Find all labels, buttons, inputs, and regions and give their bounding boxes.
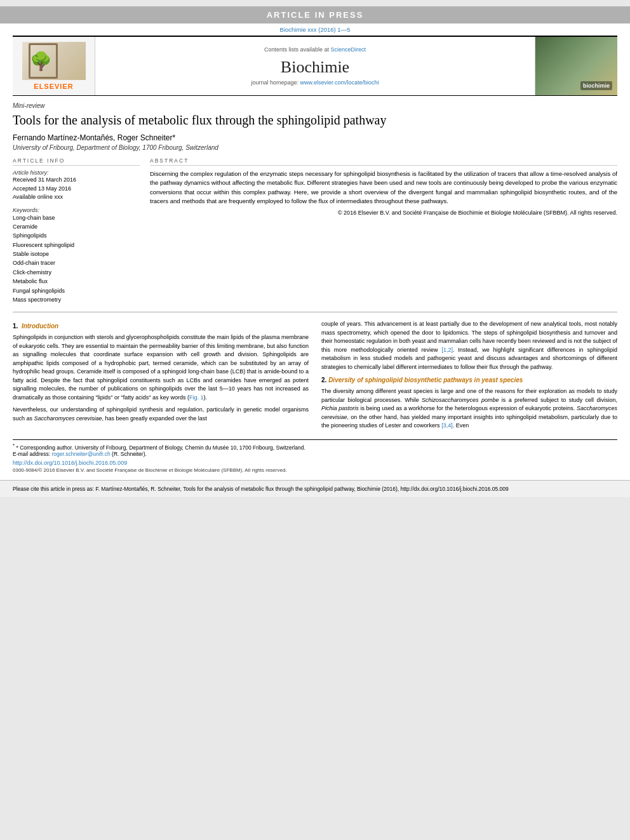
authors-text: Fernando Martínez-Montañés, Roger Schnei… <box>13 133 175 142</box>
article-type-label: Mini-review <box>13 102 617 109</box>
section2-number: 2. <box>321 377 326 383</box>
email-label: E-mail address: <box>13 451 50 457</box>
accepted-date: Accepted 13 May 2016 <box>13 185 140 194</box>
intro-number: 1. <box>13 323 18 330</box>
keyword-long-chain-base: Long-chain base <box>13 213 140 222</box>
bottom-citation-bar: Please cite this article in press as: F.… <box>0 480 630 497</box>
bottom-citation-text: Please cite this article in press as: F.… <box>13 486 509 492</box>
article-in-press-banner: ARTICLE IN PRESS <box>0 6 630 23</box>
keyword-click-chemistry: Click-chemistry <box>13 268 140 277</box>
page: ARTICLE IN PRESS Biochimie xxx (2016) 1—… <box>0 6 630 497</box>
keyword-stable-isotope: Stable isotope <box>13 250 140 258</box>
keyword-ceramide: Ceramide <box>13 222 140 231</box>
sciencedirect-label: Contents lists available at <box>264 46 329 53</box>
homepage-label: journal homepage: <box>251 79 298 86</box>
abstract-col: ABSTRACT Discerning the complex regulati… <box>150 157 617 304</box>
body-left-col: 1. Introduction Sphingolipids in conjunc… <box>13 320 309 434</box>
doi-line: http://dx.doi.org/10.1016/j.biochi.2016.… <box>13 460 617 466</box>
elsevier-text: ELSEVIER <box>34 83 73 90</box>
body-two-col: 1. Introduction Sphingolipids in conjunc… <box>13 320 617 434</box>
homepage-url[interactable]: www.elsevier.com/locate/biochi <box>300 79 379 86</box>
saccharomyces-italic-2: Saccharomyces cerevisiae <box>321 405 617 420</box>
authors-line: Fernando Martínez-Montañés, Roger Schnei… <box>13 133 617 142</box>
citation-text: Biochimie xxx (2016) 1—5 <box>280 26 351 33</box>
email-note: (R. Schneiter). <box>112 451 147 457</box>
homepage-line: journal homepage: www.elsevier.com/locat… <box>251 79 379 86</box>
article-info-abstract-section: ARTICLE INFO Article history: Received 3… <box>13 157 617 304</box>
ref-3-4-link[interactable]: [3,4] <box>441 422 453 429</box>
email-address[interactable]: roger.schneiter@unifr.ch <box>51 451 110 457</box>
email-line: E-mail address: roger.schneiter@unifr.ch… <box>13 451 617 457</box>
sciencedirect-link[interactable]: ScienceDirect <box>331 46 366 53</box>
introduction-heading: 1. Introduction <box>13 321 309 331</box>
body-right-col: couple of years. This advancement is at … <box>321 320 617 434</box>
elsevier-logo-area: ELSEVIER <box>13 37 95 95</box>
main-content: Mini-review Tools for the analysis of me… <box>0 96 630 476</box>
affiliation-line: University of Fribourg, Department of Bi… <box>13 144 617 151</box>
corresponding-text: * Corresponding author. University of Fr… <box>17 444 305 451</box>
history-label: Article history: <box>13 170 140 176</box>
article-info-col: ARTICLE INFO Article history: Received 3… <box>13 157 140 304</box>
journal-center: Contents lists available at ScienceDirec… <box>95 37 535 95</box>
keyword-fluorescent: Fluorescent sphingolipid <box>13 241 140 250</box>
keyword-fungal: Fungal sphingolipids <box>13 286 140 295</box>
schizosaccharomyces-italic: Schizosaccharomyces pombe <box>422 397 499 403</box>
fig1-link[interactable]: Fig. 1 <box>189 394 204 401</box>
banner-text: ARTICLE IN PRESS <box>267 10 364 20</box>
keyword-mass-spec: Mass spectrometry <box>13 295 140 304</box>
copyright-line: © 2016 Elsevier B.V. and Société Françai… <box>150 210 617 216</box>
section2-title-text: Diversity of sphingolipid biosynthetic p… <box>328 377 523 383</box>
pichia-italic: Pichia pastoris <box>321 405 359 411</box>
biochimie-label: biochimie <box>580 81 612 90</box>
available-online: Available online xxx <box>13 193 140 202</box>
elsevier-logo-box <box>22 42 86 80</box>
intro-title-text: Introduction <box>22 323 58 330</box>
right-para-1: couple of years. This advancement is at … <box>321 320 617 371</box>
section2-heading: 2. Diversity of sphingolipid biosyntheti… <box>321 375 617 385</box>
article-info-heading: ARTICLE INFO <box>13 157 140 166</box>
saccharomyces-italic: Saccharomyces cerevisiae <box>34 415 102 422</box>
section2-para-1: The diversity among different yeast spec… <box>321 387 617 430</box>
keywords-label: Keywords: <box>13 207 140 213</box>
doi-url[interactable]: http://dx.doi.org/10.1016/j.biochi.2016.… <box>13 460 127 466</box>
sciencedirect-line: Contents lists available at ScienceDirec… <box>264 46 366 53</box>
keyword-metabolic-flux: Metabolic flux <box>13 277 140 286</box>
section-divider <box>13 312 617 312</box>
journal-title: Biochimie <box>281 58 349 77</box>
footnote-area: * * Corresponding author. University of … <box>13 439 617 473</box>
intro-para-2: Nevertheless, our understanding of sphin… <box>13 406 309 423</box>
rights-line: 0300-9084/© 2016 Elsevier B.V. and Socié… <box>13 467 617 473</box>
keyword-odd-chain: Odd-chain tracer <box>13 258 140 267</box>
journal-header: ELSEVIER Contents lists available at Sci… <box>13 36 617 96</box>
article-history-block: Article history: Received 31 March 2016 … <box>13 170 140 202</box>
keyword-sphingolipids: Sphingolipids <box>13 231 140 240</box>
intro-para-1: Sphingolipids in conjunction with sterol… <box>13 333 309 402</box>
abstract-text: Discerning the complex regulation of the… <box>150 170 617 206</box>
star-marker: * <box>13 443 15 448</box>
paper-title: Tools for the analysis of metabolic flux… <box>13 112 617 128</box>
biochimie-journal-image: biochimie <box>535 37 617 95</box>
corresponding-footnote: * * Corresponding author. University of … <box>13 443 617 451</box>
ref-1-2-link[interactable]: [1,2] <box>441 347 453 353</box>
citation-line: Biochimie xxx (2016) 1—5 <box>0 23 630 36</box>
received-date: Received 31 March 2016 <box>13 176 140 185</box>
abstract-heading: ABSTRACT <box>150 157 617 166</box>
keywords-block: Keywords: Long-chain base Ceramide Sphin… <box>13 207 140 305</box>
